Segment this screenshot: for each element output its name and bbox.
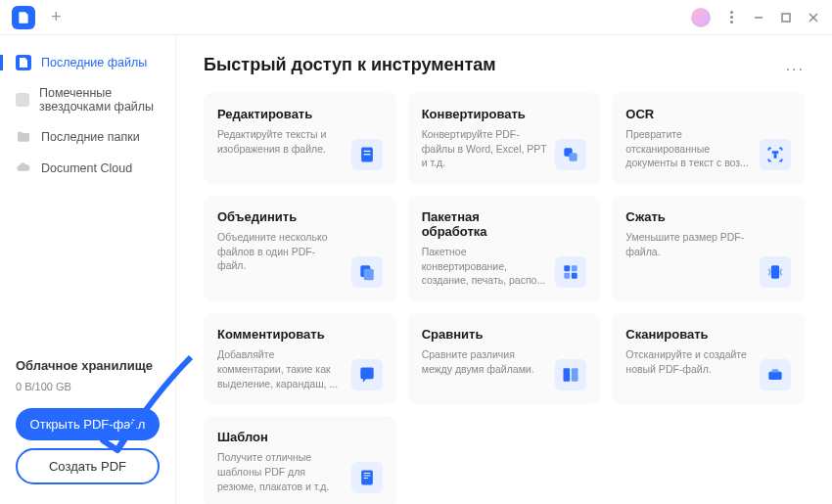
card-title: Сжать [625, 209, 752, 224]
card-desc: Редактируйте тексты и изображения в файл… [217, 127, 344, 156]
card-title: Объединить [217, 209, 344, 224]
card-desc: Отсканируйте и создайте новый PDF-файл. [625, 347, 752, 376]
card-desc: Конвертируйте PDF-файлы в Word, Excel, P… [422, 127, 548, 170]
sidebar-item-label: Последние папки [41, 130, 140, 144]
sidebar-item-label: Document Cloud [41, 161, 132, 175]
card-title: Комментировать [217, 327, 344, 342]
menu-dots-icon[interactable] [724, 11, 738, 24]
app-logo-icon [12, 6, 35, 29]
svg-rect-17 [564, 369, 571, 382]
open-pdf-button[interactable]: Открыть PDF-файл [16, 408, 160, 440]
sidebar-item-cloud[interactable]: Document Cloud [0, 153, 175, 184]
close-icon[interactable] [807, 11, 820, 24]
card-title: Сравнить [422, 327, 548, 342]
card-desc: Уменьшите размер PDF-файла. [625, 230, 752, 258]
titlebar: + [0, 0, 832, 35]
star-icon [16, 93, 29, 107]
card-convert[interactable]: КонвертироватьКонвертируйте PDF-файлы в … [408, 93, 601, 184]
cloud-icon [16, 160, 31, 176]
svg-rect-13 [572, 265, 578, 271]
svg-rect-19 [768, 372, 781, 380]
compress-icon [760, 256, 791, 288]
sidebar: Последние файлы Помеченные звездочками ф… [0, 35, 176, 504]
card-desc: Объедините несколько файлов в один PDF-ф… [217, 230, 344, 273]
card-title: Конвертировать [422, 107, 548, 121]
card-scan[interactable]: СканироватьОтсканируйте и создайте новый… [612, 313, 805, 404]
svg-rect-22 [363, 473, 370, 474]
sidebar-item-label: Последние файлы [41, 56, 147, 69]
svg-rect-16 [771, 265, 779, 278]
card-title: OCR [625, 107, 752, 121]
minimize-icon[interactable] [752, 11, 765, 24]
sidebar-item-recent[interactable]: Последние файлы [0, 47, 175, 78]
svg-rect-1 [782, 14, 790, 22]
card-comment[interactable]: КомментироватьДобавляйте комментарии, та… [204, 313, 396, 404]
folder-icon [16, 129, 31, 145]
svg-rect-6 [363, 154, 370, 155]
page-title: Быстрый доступ к инструментам [204, 55, 496, 75]
sidebar-item-starred[interactable]: Помеченные звездочками файлы [0, 78, 175, 121]
template-icon [351, 462, 383, 493]
content: Быстрый доступ к инструментам ... Редакт… [176, 35, 832, 504]
batch-icon [555, 256, 586, 288]
sidebar-item-label: Помеченные звездочками файлы [39, 86, 160, 114]
svg-rect-14 [565, 273, 571, 279]
svg-rect-8 [570, 153, 578, 160]
card-desc: Сравните различия между двумя файлами. [422, 347, 548, 376]
document-icon [16, 55, 31, 70]
svg-rect-18 [572, 369, 578, 382]
card-desc: Пакетное конвертирование, создание, печа… [422, 245, 548, 288]
storage-title: Облачное хранилище [16, 358, 160, 373]
more-icon[interactable]: ... [786, 57, 805, 74]
edit-icon [351, 139, 383, 170]
svg-rect-23 [363, 476, 370, 477]
svg-rect-15 [572, 273, 578, 279]
card-desc: Превратите отсканированные документы в т… [625, 127, 752, 170]
card-title: Пакетная обработка [422, 209, 548, 239]
card-title: Шаблон [217, 430, 344, 444]
card-title: Сканировать [625, 327, 752, 342]
maximize-icon[interactable] [779, 11, 793, 24]
card-desc: Добавляйте комментарии, такие как выделе… [217, 347, 344, 390]
card-compare[interactable]: СравнитьСравните различия между двумя фа… [408, 313, 601, 404]
scan-icon [760, 359, 791, 390]
combine-icon [351, 256, 383, 288]
sidebar-item-folders[interactable]: Последние папки [0, 121, 175, 153]
compare-icon [555, 359, 586, 390]
card-template[interactable]: ШаблонПолучите отличные шаблоны PDF для … [204, 416, 396, 504]
new-tab-button[interactable]: + [47, 3, 66, 31]
storage-info: 0 B/100 GB [16, 381, 160, 392]
card-compress[interactable]: СжатьУменьшите размер PDF-файла. [612, 196, 805, 301]
svg-rect-11 [363, 269, 373, 281]
tools-grid: РедактироватьРедактируйте тексты и изобр… [204, 93, 805, 504]
svg-rect-24 [363, 478, 367, 479]
card-desc: Получите отличные шаблоны PDF для резюме… [217, 450, 344, 493]
svg-rect-12 [565, 265, 571, 271]
card-title: Редактировать [217, 107, 344, 121]
svg-rect-5 [363, 151, 370, 152]
comment-icon [351, 359, 383, 390]
card-edit[interactable]: РедактироватьРедактируйте тексты и изобр… [204, 93, 396, 184]
avatar-icon[interactable] [691, 8, 711, 27]
card-batch[interactable]: Пакетная обработкаПакетное конвертирован… [408, 196, 601, 301]
card-combine[interactable]: ОбъединитьОбъедините несколько файлов в … [204, 196, 396, 301]
card-ocr[interactable]: OCRПревратите отсканированные документы … [612, 93, 805, 184]
svg-text:T: T [772, 150, 777, 160]
create-pdf-button[interactable]: Создать PDF [16, 448, 160, 484]
svg-rect-20 [772, 369, 779, 372]
convert-icon [555, 139, 586, 170]
ocr-icon: T [760, 139, 791, 170]
